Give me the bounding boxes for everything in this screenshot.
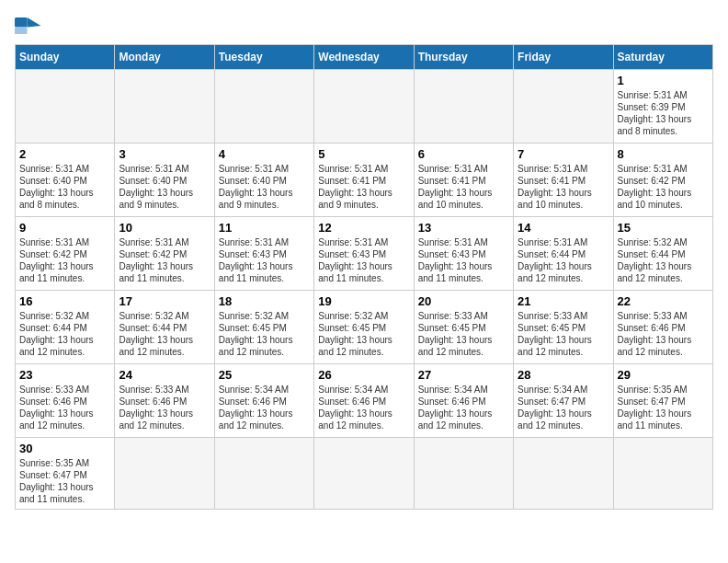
day-info: Sunrise: 5:31 AM Sunset: 6:40 PM Dayligh… xyxy=(119,163,210,211)
day-info: Sunrise: 5:33 AM Sunset: 6:46 PM Dayligh… xyxy=(618,310,709,358)
calendar-week-row: 2Sunrise: 5:31 AM Sunset: 6:40 PM Daylig… xyxy=(16,144,713,217)
day-number: 19 xyxy=(318,294,409,308)
day-info: Sunrise: 5:34 AM Sunset: 6:46 PM Dayligh… xyxy=(219,384,310,431)
calendar-day-cell: 26Sunrise: 5:34 AM Sunset: 6:46 PM Dayli… xyxy=(314,364,414,438)
day-number: 22 xyxy=(618,294,709,308)
day-number: 12 xyxy=(318,221,409,235)
calendar-week-row: 1Sunrise: 5:31 AM Sunset: 6:39 PM Daylig… xyxy=(16,70,713,144)
calendar-day-cell xyxy=(514,70,613,144)
weekday-header: Monday xyxy=(115,45,214,70)
calendar-day-cell xyxy=(414,438,513,510)
day-number: 4 xyxy=(219,147,310,161)
calendar-day-cell xyxy=(115,70,214,144)
calendar-day-cell: 28Sunrise: 5:34 AM Sunset: 6:47 PM Dayli… xyxy=(514,364,613,438)
day-number: 9 xyxy=(19,221,110,235)
calendar-day-cell xyxy=(314,438,414,510)
calendar-day-cell: 13Sunrise: 5:31 AM Sunset: 6:43 PM Dayli… xyxy=(414,217,513,291)
calendar-day-cell xyxy=(514,438,613,510)
weekday-header: Sunday xyxy=(16,45,115,70)
day-number: 30 xyxy=(19,442,110,455)
day-number: 2 xyxy=(19,147,110,161)
day-info: Sunrise: 5:31 AM Sunset: 6:41 PM Dayligh… xyxy=(418,163,509,211)
calendar-day-cell xyxy=(115,438,214,510)
calendar-day-cell: 15Sunrise: 5:32 AM Sunset: 6:44 PM Dayli… xyxy=(613,217,712,291)
day-info: Sunrise: 5:33 AM Sunset: 6:46 PM Dayligh… xyxy=(119,384,210,431)
day-info: Sunrise: 5:33 AM Sunset: 6:45 PM Dayligh… xyxy=(518,310,609,358)
day-number: 5 xyxy=(318,147,409,161)
calendar-day-cell: 20Sunrise: 5:33 AM Sunset: 6:45 PM Dayli… xyxy=(414,291,513,364)
calendar-day-cell: 30Sunrise: 5:35 AM Sunset: 6:47 PM Dayli… xyxy=(16,438,115,510)
day-number: 25 xyxy=(219,368,310,382)
day-info: Sunrise: 5:33 AM Sunset: 6:46 PM Dayligh… xyxy=(19,384,110,431)
day-number: 6 xyxy=(418,147,509,161)
day-number: 7 xyxy=(518,147,609,161)
day-number: 8 xyxy=(618,147,709,161)
calendar-day-cell: 14Sunrise: 5:31 AM Sunset: 6:44 PM Dayli… xyxy=(514,217,613,291)
day-info: Sunrise: 5:31 AM Sunset: 6:42 PM Dayligh… xyxy=(19,236,110,284)
day-info: Sunrise: 5:35 AM Sunset: 6:47 PM Dayligh… xyxy=(19,457,110,505)
weekday-header: Thursday xyxy=(414,45,513,70)
calendar-day-cell: 12Sunrise: 5:31 AM Sunset: 6:43 PM Dayli… xyxy=(314,217,414,291)
day-info: Sunrise: 5:33 AM Sunset: 6:45 PM Dayligh… xyxy=(418,310,509,358)
day-number: 29 xyxy=(618,368,709,382)
day-number: 14 xyxy=(518,221,609,235)
calendar-day-cell: 9Sunrise: 5:31 AM Sunset: 6:42 PM Daylig… xyxy=(16,217,115,291)
day-info: Sunrise: 5:32 AM Sunset: 6:45 PM Dayligh… xyxy=(219,310,310,358)
day-info: Sunrise: 5:32 AM Sunset: 6:44 PM Dayligh… xyxy=(19,310,110,358)
calendar-day-cell: 10Sunrise: 5:31 AM Sunset: 6:42 PM Dayli… xyxy=(115,217,214,291)
day-number: 21 xyxy=(518,294,609,308)
calendar-day-cell: 21Sunrise: 5:33 AM Sunset: 6:45 PM Dayli… xyxy=(514,291,613,364)
day-number: 11 xyxy=(219,221,310,235)
day-number: 16 xyxy=(19,294,110,308)
day-info: Sunrise: 5:31 AM Sunset: 6:42 PM Dayligh… xyxy=(119,236,210,284)
calendar-table: SundayMondayTuesdayWednesdayThursdayFrid… xyxy=(15,44,713,510)
calendar-day-cell: 24Sunrise: 5:33 AM Sunset: 6:46 PM Dayli… xyxy=(115,364,214,438)
calendar-day-cell: 6Sunrise: 5:31 AM Sunset: 6:41 PM Daylig… xyxy=(414,144,513,217)
calendar-day-cell: 17Sunrise: 5:32 AM Sunset: 6:44 PM Dayli… xyxy=(115,291,214,364)
day-info: Sunrise: 5:34 AM Sunset: 6:46 PM Dayligh… xyxy=(418,384,509,431)
day-number: 10 xyxy=(119,221,210,235)
calendar-day-cell: 1Sunrise: 5:31 AM Sunset: 6:39 PM Daylig… xyxy=(613,70,712,144)
svg-marker-1 xyxy=(28,17,41,28)
calendar-day-cell: 5Sunrise: 5:31 AM Sunset: 6:41 PM Daylig… xyxy=(314,144,414,217)
day-info: Sunrise: 5:34 AM Sunset: 6:47 PM Dayligh… xyxy=(518,384,609,431)
weekday-header: Wednesday xyxy=(314,45,414,70)
day-number: 3 xyxy=(119,147,210,161)
calendar-day-cell: 25Sunrise: 5:34 AM Sunset: 6:46 PM Dayli… xyxy=(214,364,313,438)
day-info: Sunrise: 5:32 AM Sunset: 6:44 PM Dayligh… xyxy=(618,236,709,284)
day-info: Sunrise: 5:31 AM Sunset: 6:43 PM Dayligh… xyxy=(219,236,310,284)
day-number: 15 xyxy=(618,221,709,235)
day-info: Sunrise: 5:31 AM Sunset: 6:42 PM Dayligh… xyxy=(618,163,709,211)
calendar-day-cell: 16Sunrise: 5:32 AM Sunset: 6:44 PM Dayli… xyxy=(16,291,115,364)
day-number: 20 xyxy=(418,294,509,308)
weekday-header: Friday xyxy=(514,45,613,70)
calendar-day-cell xyxy=(314,70,414,144)
calendar-day-cell: 8Sunrise: 5:31 AM Sunset: 6:42 PM Daylig… xyxy=(613,144,712,217)
logo xyxy=(15,15,46,37)
calendar-day-cell xyxy=(214,70,313,144)
calendar-day-cell: 27Sunrise: 5:34 AM Sunset: 6:46 PM Dayli… xyxy=(414,364,513,438)
day-info: Sunrise: 5:31 AM Sunset: 6:41 PM Dayligh… xyxy=(518,163,609,211)
day-info: Sunrise: 5:32 AM Sunset: 6:44 PM Dayligh… xyxy=(119,310,210,358)
day-info: Sunrise: 5:34 AM Sunset: 6:46 PM Dayligh… xyxy=(318,384,409,431)
day-number: 28 xyxy=(518,368,609,382)
calendar-day-cell: 3Sunrise: 5:31 AM Sunset: 6:40 PM Daylig… xyxy=(115,144,214,217)
day-number: 24 xyxy=(119,368,210,382)
calendar-week-row: 23Sunrise: 5:33 AM Sunset: 6:46 PM Dayli… xyxy=(16,364,713,438)
weekday-header-row: SundayMondayTuesdayWednesdayThursdayFrid… xyxy=(16,45,713,70)
calendar-day-cell: 22Sunrise: 5:33 AM Sunset: 6:46 PM Dayli… xyxy=(613,291,712,364)
calendar-day-cell xyxy=(613,438,712,510)
calendar-day-cell: 19Sunrise: 5:32 AM Sunset: 6:45 PM Dayli… xyxy=(314,291,414,364)
day-info: Sunrise: 5:32 AM Sunset: 6:45 PM Dayligh… xyxy=(318,310,409,358)
calendar-week-row: 16Sunrise: 5:32 AM Sunset: 6:44 PM Dayli… xyxy=(16,291,713,364)
day-number: 1 xyxy=(618,74,709,87)
day-info: Sunrise: 5:31 AM Sunset: 6:41 PM Dayligh… xyxy=(318,163,409,211)
day-info: Sunrise: 5:31 AM Sunset: 6:44 PM Dayligh… xyxy=(518,236,609,284)
day-info: Sunrise: 5:31 AM Sunset: 6:43 PM Dayligh… xyxy=(318,236,409,284)
calendar-day-cell xyxy=(214,438,313,510)
calendar-day-cell: 23Sunrise: 5:33 AM Sunset: 6:46 PM Dayli… xyxy=(16,364,115,438)
weekday-header: Tuesday xyxy=(214,45,313,70)
calendar-day-cell: 4Sunrise: 5:31 AM Sunset: 6:40 PM Daylig… xyxy=(214,144,313,217)
day-number: 18 xyxy=(219,294,310,308)
logo-icon xyxy=(15,15,42,37)
